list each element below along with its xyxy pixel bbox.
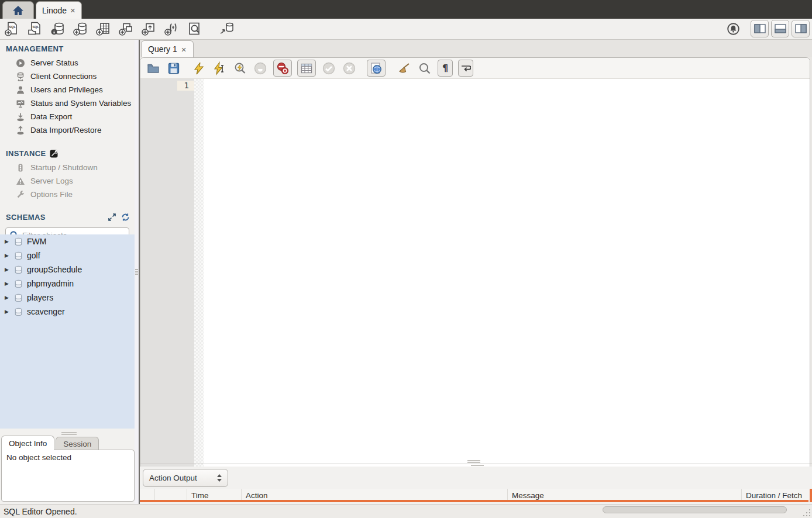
resize-grip[interactable] (802, 508, 810, 516)
home-tab[interactable] (2, 1, 34, 19)
notifications-icon[interactable] (725, 20, 741, 37)
options-file-icon (16, 190, 25, 199)
close-icon[interactable]: × (70, 6, 75, 15)
sidebar-item-label: Options File (30, 190, 73, 199)
output-vertical-scrollbar[interactable] (810, 489, 812, 502)
find-button[interactable] (417, 61, 432, 76)
editor-text-area[interactable] (204, 79, 810, 474)
commit-button[interactable] (321, 61, 336, 76)
schemas-section-header: SCHEMAS (0, 208, 135, 225)
management-section-header: MANAGEMENT (0, 40, 135, 56)
connection-tab[interactable]: Linode × (36, 1, 82, 19)
new-sql-tab-button[interactable]: SQL (4, 21, 20, 37)
output-splitter[interactable] (140, 460, 812, 467)
mysql-workbench-window: Linode × SQL SQL (0, 0, 812, 518)
sidebar-item-data-export[interactable]: Data Export (0, 110, 135, 123)
toggle-stop-on-error-button[interactable] (273, 60, 292, 77)
create-function-button[interactable] (164, 21, 180, 37)
close-icon[interactable]: × (181, 45, 187, 54)
stop-button[interactable] (253, 61, 268, 76)
create-table-button[interactable] (95, 21, 111, 37)
info-panel-splitter[interactable] (61, 432, 77, 433)
object-info-panel: No object selected (1, 450, 135, 502)
startup-shutdown-icon (16, 163, 25, 172)
schema-icon (14, 251, 23, 260)
chevron-right-icon[interactable]: ▶ (5, 281, 10, 286)
output-view-select[interactable]: Action Output (143, 469, 228, 487)
connection-tab-label: Linode (42, 6, 67, 15)
refresh-schemas-icon[interactable] (121, 213, 130, 222)
schema-row-golf[interactable]: ▶ golf (0, 248, 135, 263)
explain-button[interactable] (232, 61, 247, 76)
chevron-right-icon[interactable]: ▶ (5, 309, 10, 315)
create-procedure-button[interactable] (141, 21, 157, 37)
schema-row-scavenger[interactable]: ▶ scavenger (0, 305, 135, 319)
toggle-right-sidebar-button[interactable] (792, 20, 810, 37)
line-number: 1 (177, 81, 194, 91)
sidebar-item-label: Startup / Shutdown (30, 163, 98, 172)
data-import-icon (16, 126, 25, 135)
sidebar-item-server-status[interactable]: Server Status (0, 56, 135, 70)
execute-button[interactable] (191, 61, 207, 76)
toggle-autocommit-button[interactable] (367, 60, 386, 77)
sidebar-item-startup-shutdown[interactable]: Startup / Shutdown (0, 161, 135, 174)
schema-icon (14, 237, 23, 246)
fold-margin (194, 79, 204, 474)
schema-name: golf (27, 251, 40, 260)
info-tab-bar: Object Info Session (0, 436, 135, 450)
toggle-left-sidebar-button[interactable] (751, 20, 769, 37)
sidebar-item-options-file[interactable]: Options File (0, 188, 135, 201)
output-horizontal-scrollbar[interactable] (140, 500, 808, 502)
chevron-right-icon[interactable]: ▶ (5, 239, 10, 244)
sidebar-splitter[interactable] (135, 40, 140, 504)
main-toolbar: SQL SQL (0, 19, 812, 40)
execute-current-button[interactable] (212, 61, 227, 76)
tab-object-info-label: Object Info (9, 439, 47, 448)
tab-query-1[interactable]: Query 1 × (141, 40, 194, 57)
reconnect-dbms-button[interactable] (219, 21, 235, 37)
sidebar-item-label: Data Import/Restore (30, 126, 102, 134)
toggle-bottom-panel-button[interactable] (771, 20, 789, 37)
open-script-button[interactable] (146, 61, 161, 76)
schema-row-phpmyadmin[interactable]: ▶ phpmyadmin (0, 277, 135, 291)
sidebar-item-status-system-variables[interactable]: Status and System Variables (0, 96, 135, 110)
chevron-right-icon[interactable]: ▶ (5, 267, 10, 272)
toggle-wrap-button[interactable] (458, 60, 473, 77)
chevron-right-icon[interactable]: ▶ (5, 253, 10, 258)
create-schema-button[interactable] (73, 21, 88, 37)
management-section-title: MANAGEMENT (6, 44, 64, 53)
sidebar-item-client-connections[interactable]: Client Connections (0, 70, 135, 83)
line-number-gutter: 1 (140, 79, 194, 474)
create-view-button[interactable] (118, 21, 134, 37)
window-tab-bar: Linode × (0, 0, 812, 19)
save-script-button[interactable] (166, 61, 181, 76)
svg-text:SQL: SQL (32, 25, 39, 29)
expand-schemas-icon[interactable] (108, 213, 116, 222)
schema-name: groupSchedule (27, 265, 82, 274)
tab-object-info[interactable]: Object Info (1, 436, 54, 450)
rollback-button[interactable] (342, 61, 357, 76)
tab-session[interactable]: Session (56, 437, 99, 450)
sidebar-item-users-privileges[interactable]: Users and Privileges (0, 83, 135, 96)
data-export-icon (16, 112, 25, 122)
sql-code-editor[interactable]: 1 (140, 79, 810, 474)
schema-icon (14, 279, 23, 288)
select-spinner-icon (217, 474, 222, 482)
show-invisibles-button[interactable]: ¶ (438, 60, 453, 77)
instance-section-header: INSTANCE (0, 144, 135, 161)
scrollbar-thumb[interactable] (603, 506, 787, 513)
instance-section-title: INSTANCE (6, 149, 46, 158)
schema-row-groupschedule[interactable]: ▶ groupSchedule (0, 263, 135, 277)
sidebar-item-label: Server Logs (30, 177, 73, 185)
schema-row-fwm[interactable]: ▶ FWM (0, 234, 135, 248)
sidebar-item-server-logs[interactable]: Server Logs (0, 174, 135, 188)
open-sql-script-button[interactable]: SQL (27, 21, 43, 37)
sidebar-item-data-import[interactable]: Data Import/Restore (0, 123, 135, 137)
schema-row-players[interactable]: ▶ players (0, 291, 135, 305)
chevron-right-icon[interactable]: ▶ (5, 295, 10, 301)
sidebar-item-label: Users and Privileges (30, 85, 103, 94)
search-table-data-button[interactable] (187, 21, 202, 37)
inspect-database-button[interactable] (50, 21, 66, 37)
limit-rows-button[interactable] (297, 60, 316, 77)
beautify-button[interactable] (397, 61, 412, 76)
